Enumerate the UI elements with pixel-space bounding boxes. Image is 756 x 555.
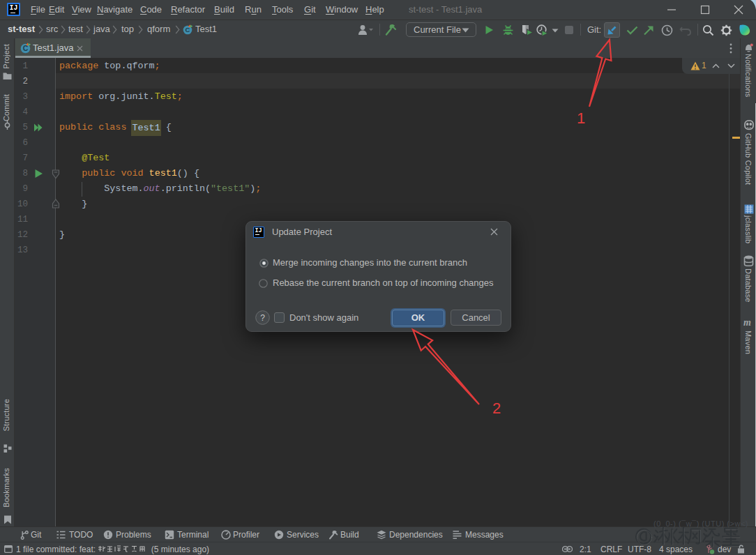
svg-text:C: C (186, 26, 190, 33)
svg-text:?: ? (260, 313, 265, 323)
